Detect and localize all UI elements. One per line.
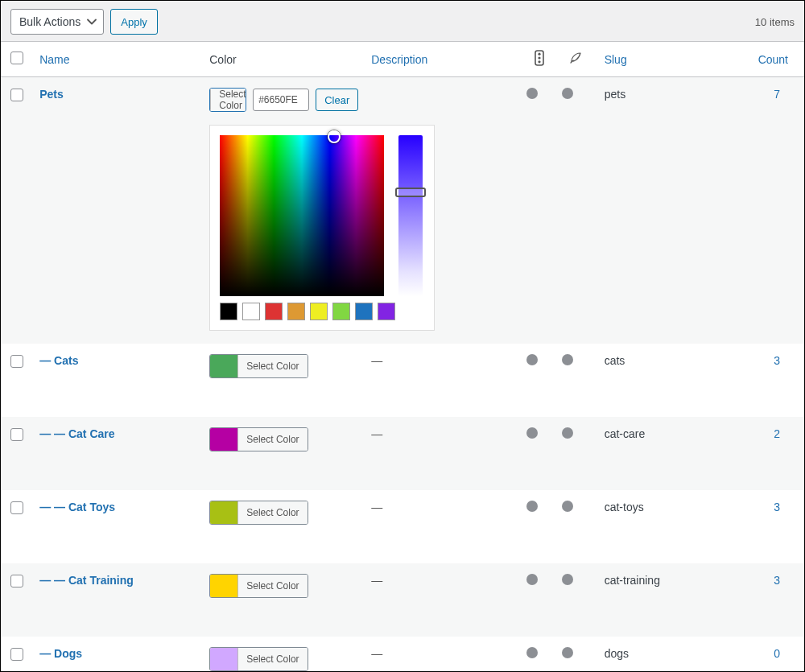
status-dot	[562, 427, 573, 439]
status-dot	[526, 354, 538, 365]
slug-value: cat-care	[605, 427, 646, 440]
chevron-down-icon	[86, 16, 97, 27]
palette-row	[220, 303, 424, 320]
apply-button-label: Apply	[121, 16, 147, 28]
select-all-checkbox[interactable]	[10, 52, 23, 64]
status-dot	[526, 88, 538, 99]
select-color-label: Select Color	[237, 501, 307, 524]
slug-value: cats	[605, 354, 625, 367]
clear-button[interactable]: Clear	[316, 89, 358, 111]
slug-value: dogs	[605, 647, 629, 660]
row-checkbox[interactable]	[10, 575, 23, 587]
svg-point-3	[539, 60, 541, 63]
status-dot	[526, 574, 538, 585]
item-count: 10 items	[755, 16, 795, 28]
color-swatch	[210, 648, 237, 670]
color-swatch	[210, 575, 237, 597]
slug-value: cat-training	[605, 574, 660, 587]
value-slider-handle[interactable]	[395, 188, 426, 197]
description-value: —	[371, 354, 382, 367]
svg-point-1	[539, 53, 541, 56]
select-color-label: Select Color	[237, 428, 307, 451]
select-color-button[interactable]: Select Color	[209, 354, 308, 378]
status-dot	[562, 88, 573, 99]
table-row: — — Cat ToysSelect Color—cat-toys3	[1, 490, 804, 563]
bulk-actions-label: Bulk Actions	[19, 15, 80, 28]
status-dot	[562, 354, 573, 365]
table-row: — CatsSelect Color—cats3	[1, 344, 804, 417]
feather-icon	[568, 51, 583, 65]
palette-swatch[interactable]	[332, 303, 350, 320]
select-color-label: Select Color	[237, 355, 307, 377]
palette-swatch[interactable]	[242, 303, 260, 320]
description-value: —	[371, 647, 382, 660]
slug-value: pets	[605, 88, 625, 101]
row-checkbox[interactable]	[10, 89, 23, 101]
apply-button[interactable]: Apply	[110, 9, 158, 35]
palette-swatch[interactable]	[310, 303, 328, 320]
row-checkbox[interactable]	[10, 501, 23, 514]
select-color-button[interactable]: Select Color	[209, 501, 308, 525]
saturation-handle[interactable]	[328, 130, 341, 143]
palette-swatch[interactable]	[220, 303, 237, 320]
category-name-link[interactable]: — — Cat Toys	[39, 501, 115, 513]
traffic-light-icon	[533, 50, 546, 66]
select-color-button[interactable]: Select Color	[209, 427, 308, 451]
table-row: — — Cat CareSelect Color—cat-care2	[1, 417, 804, 490]
column-count[interactable]: Count	[758, 53, 788, 66]
value-slider[interactable]	[398, 135, 423, 296]
bulk-actions-select[interactable]: Bulk Actions	[10, 9, 104, 35]
svg-point-2	[539, 56, 541, 59]
status-dot	[562, 501, 573, 512]
palette-swatch[interactable]	[378, 303, 395, 320]
row-checkbox[interactable]	[10, 648, 23, 661]
column-name[interactable]: Name	[39, 53, 69, 66]
description-value: —	[371, 501, 382, 513]
count-link[interactable]: 0	[774, 647, 780, 660]
slug-value: cat-toys	[605, 501, 644, 513]
category-name-link[interactable]: — Cats	[39, 354, 78, 367]
select-color-label: Select Color	[237, 648, 307, 670]
category-name-link[interactable]: — Dogs	[39, 647, 82, 660]
table-row: — — Cat TrainingSelect Color—cat-trainin…	[1, 563, 804, 637]
palette-swatch[interactable]	[265, 303, 283, 320]
tablenav-top: Bulk Actions Apply 10 items	[1, 1, 804, 42]
saturation-picker[interactable]	[220, 135, 384, 296]
category-name-link[interactable]: — — Cat Care	[39, 427, 114, 440]
count-link[interactable]: 3	[774, 574, 780, 587]
count-link[interactable]: 7	[774, 88, 780, 101]
row-checkbox[interactable]	[10, 355, 23, 368]
color-picker-panel	[209, 125, 435, 331]
table-row: — DogsSelect Color—dogs0	[1, 637, 804, 672]
categories-table: Name Color Description	[1, 42, 804, 672]
column-color: Color	[203, 42, 365, 77]
select-color-label: Select Color	[210, 89, 246, 111]
status-dot	[562, 574, 573, 585]
category-name-link[interactable]: — — Cat Training	[39, 574, 134, 587]
color-swatch	[210, 501, 237, 524]
count-link[interactable]: 3	[774, 354, 780, 367]
color-swatch	[210, 355, 237, 377]
status-dot	[526, 501, 538, 512]
palette-swatch[interactable]	[355, 303, 373, 320]
status-dot	[526, 647, 538, 658]
select-color-button[interactable]: Select Color	[209, 574, 308, 598]
select-color-label: Select Color	[237, 575, 307, 597]
row-checkbox[interactable]	[10, 428, 23, 441]
count-link[interactable]: 3	[774, 501, 780, 513]
count-link[interactable]: 2	[774, 427, 780, 440]
column-description[interactable]: Description	[371, 53, 427, 66]
palette-swatch[interactable]	[287, 303, 305, 320]
description-value: —	[371, 427, 382, 440]
status-dot	[526, 427, 538, 439]
description-value: —	[371, 574, 382, 587]
hex-input[interactable]	[253, 89, 309, 111]
color-swatch	[210, 428, 237, 451]
select-color-button[interactable]: Select Color	[209, 88, 246, 112]
table-row: PetsSelect ColorClearpets7	[1, 77, 804, 344]
select-color-button[interactable]: Select Color	[209, 647, 308, 671]
column-slug[interactable]: Slug	[605, 53, 627, 66]
status-dot	[562, 647, 573, 658]
category-name-link[interactable]: Pets	[39, 88, 64, 101]
